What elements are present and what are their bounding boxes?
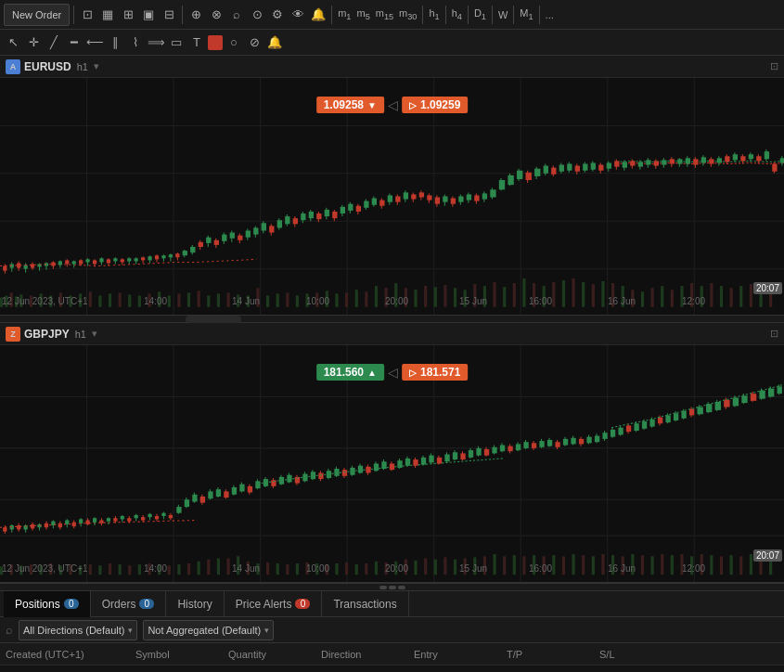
- more-timeframes[interactable]: ...: [544, 9, 556, 20]
- eurusd-time-5: 15 Jun: [459, 296, 487, 306]
- svg-rect-539: [571, 438, 575, 445]
- svg-rect-457: [248, 486, 252, 493]
- cursor-icon[interactable]: ↖: [4, 33, 22, 52]
- draw-hline-icon[interactable]: ━: [65, 33, 84, 52]
- svg-rect-447: [208, 491, 212, 498]
- chart-type-line-icon[interactable]: ⊞: [119, 6, 137, 24]
- svg-rect-172: [285, 216, 289, 224]
- gbpjpy-price-labels: 181.560 ▲ ◁ ▷ 181.571: [316, 364, 469, 381]
- chart-type-candle-icon[interactable]: ⊡: [78, 6, 96, 24]
- timeframe-m5[interactable]: m5: [354, 7, 371, 21]
- svg-rect-427: [135, 515, 138, 518]
- timeframe-h4[interactable]: h4: [450, 7, 464, 21]
- zoom-icon[interactable]: ⊙: [248, 6, 266, 24]
- toolbar-separator-3: [331, 6, 332, 24]
- color-picker[interactable]: [208, 35, 223, 50]
- draw-alert-icon[interactable]: 🔔: [265, 33, 284, 52]
- gbpjpy-detach-icon[interactable]: ⊡: [770, 328, 778, 340]
- svg-rect-589: [778, 386, 782, 394]
- chart-type-area-icon[interactable]: ▣: [139, 6, 158, 24]
- draw-channel-icon[interactable]: ⟵: [85, 33, 104, 52]
- draw-circle-icon[interactable]: ○: [225, 33, 243, 52]
- eurusd-detach-icon[interactable]: ⊡: [770, 60, 778, 72]
- svg-rect-290: [756, 156, 761, 161]
- direction-filter-dropdown[interactable]: All Directions (Default) ▾: [19, 620, 137, 640]
- eurusd-bid-label: ▷ 1.09259: [402, 97, 468, 113]
- svg-rect-485: [358, 466, 363, 473]
- timeframe-d1[interactable]: D1: [472, 7, 488, 21]
- tab-positions[interactable]: Positions 0: [4, 591, 91, 617]
- svg-rect-411: [79, 519, 83, 523]
- crosshair-icon[interactable]: ✛: [24, 33, 43, 52]
- svg-rect-212: [443, 197, 447, 202]
- gbpjpy-time-0: 12 Jun 2023, UTC+1: [2, 563, 88, 574]
- alert-icon[interactable]: 🔔: [309, 6, 328, 24]
- svg-rect-220: [474, 195, 479, 200]
- tab-bar: Positions 0 Orders 0 History Price Alert…: [0, 591, 784, 617]
- svg-rect-250: [598, 165, 603, 171]
- new-order-button[interactable]: New Order: [4, 4, 70, 26]
- eurusd-scrollbar[interactable]: [0, 316, 784, 323]
- svg-rect-489: [374, 464, 379, 472]
- svg-rect-238: [551, 168, 556, 174]
- aggregation-filter-label: Not Aggregated (Default): [148, 625, 261, 636]
- gbpjpy-bid-label: ▷ 181.571: [402, 364, 468, 381]
- svg-rect-140: [161, 255, 165, 258]
- timeframe-m-monthly[interactable]: M1: [518, 7, 534, 21]
- direction-dropdown-arrow: ▾: [128, 626, 133, 635]
- eurusd-timeframe-label[interactable]: h1: [77, 61, 88, 72]
- eurusd-chart-body[interactable]: 1.09258 ▼ ◁ ▷ 1.09259: [0, 78, 784, 315]
- th-created: Created (UTC+1): [6, 649, 135, 660]
- svg-rect-565: [674, 413, 678, 420]
- scroll-indicator-3: [398, 586, 405, 589]
- svg-rect-531: [539, 441, 544, 447]
- svg-rect-433: [155, 516, 159, 519]
- timeframe-m15[interactable]: m15: [374, 7, 395, 21]
- draw-line-icon[interactable]: ╱: [45, 33, 63, 52]
- draw-multi-icon[interactable]: ⌇: [126, 33, 145, 52]
- svg-rect-262: [646, 160, 650, 164]
- chart-type-dot-icon[interactable]: ⊟: [160, 6, 178, 24]
- gbpjpy-chart-body[interactable]: 181.560 ▲ ◁ ▷ 181.571: [0, 345, 784, 582]
- settings-icon[interactable]: ⚙: [268, 6, 287, 24]
- eurusd-symbol-label[interactable]: EURUSD: [24, 60, 71, 73]
- svg-rect-160: [238, 236, 242, 240]
- svg-rect-234: [534, 169, 540, 176]
- compare-icon[interactable]: ⊗: [207, 6, 225, 24]
- eurusd-dropdown-icon[interactable]: ▾: [94, 60, 99, 72]
- svg-rect-242: [567, 164, 572, 171]
- svg-rect-158: [230, 233, 235, 239]
- svg-rect-473: [311, 472, 315, 479]
- svg-rect-459: [255, 481, 260, 488]
- svg-rect-252: [607, 163, 611, 169]
- search-chart-icon[interactable]: ⌕: [227, 6, 246, 24]
- draw-rect-icon[interactable]: ▭: [167, 33, 186, 52]
- tab-orders[interactable]: Orders 0: [91, 591, 167, 617]
- timeframe-w[interactable]: W: [496, 9, 509, 20]
- draw-text-icon[interactable]: T: [187, 33, 206, 52]
- timeframe-m30[interactable]: m30: [397, 7, 418, 21]
- gbpjpy-symbol-label[interactable]: GBPJPY: [24, 328, 70, 341]
- aggregation-filter-dropdown[interactable]: Not Aggregated (Default) ▾: [143, 620, 274, 640]
- draw-ray-icon[interactable]: ⟹: [147, 33, 165, 52]
- tab-transactions[interactable]: Transactions: [322, 591, 408, 617]
- eurusd-time-0: 12 Jun 2023, UTC+1: [2, 296, 88, 306]
- tab-history[interactable]: History: [166, 591, 224, 617]
- svg-rect-425: [127, 518, 131, 521]
- svg-rect-260: [638, 162, 643, 166]
- indicator-icon[interactable]: ⊕: [186, 6, 205, 24]
- gbpjpy-dropdown-icon[interactable]: ▾: [92, 328, 97, 340]
- tab-price-alerts[interactable]: Price Alerts 0: [225, 591, 323, 617]
- gbpjpy-timeframe-label[interactable]: h1: [75, 329, 86, 340]
- svg-rect-132: [135, 258, 138, 261]
- chart-type-bar-icon[interactable]: ▦: [98, 6, 117, 24]
- bottom-scrollbar[interactable]: [0, 583, 784, 590]
- tab-price-alerts-badge: 0: [295, 599, 310, 609]
- svg-rect-110: [58, 261, 62, 265]
- timeframe-h1[interactable]: h1: [427, 7, 441, 21]
- draw-hide-icon[interactable]: ⊘: [245, 33, 263, 52]
- svg-rect-264: [654, 161, 659, 165]
- eye-icon[interactable]: 👁: [289, 6, 307, 24]
- timeframe-m1[interactable]: m1: [336, 7, 353, 21]
- draw-fib-icon[interactable]: ∥: [106, 33, 124, 52]
